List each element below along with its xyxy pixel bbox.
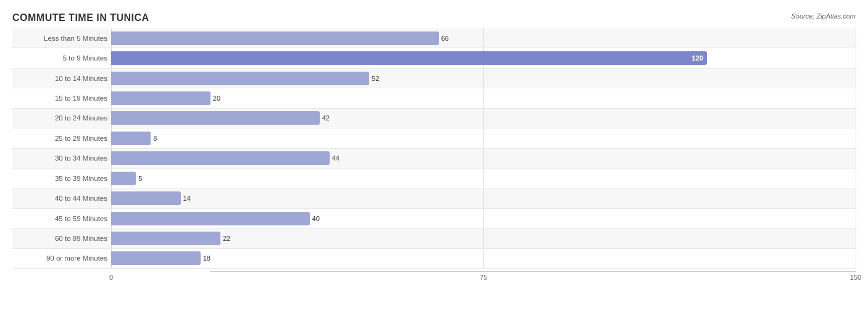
bar-label: 20 to 24 Minutes bbox=[12, 114, 111, 122]
bar-row: 40 to 44 Minutes14 bbox=[12, 188, 856, 208]
grid-line bbox=[483, 209, 484, 228]
grid-line bbox=[483, 229, 484, 248]
bar-value: 18 bbox=[203, 254, 211, 262]
grid-line bbox=[483, 69, 484, 88]
bar-value-inside: 120 bbox=[691, 54, 703, 62]
bar-value: 52 bbox=[372, 75, 379, 82]
chart-title: COMMUTE TIME IN TUNICA bbox=[12, 12, 856, 23]
bar-value: 66 bbox=[441, 35, 449, 42]
grid-line bbox=[856, 88, 856, 107]
chart-container: COMMUTE TIME IN TUNICA Source: ZipAtlas.… bbox=[0, 0, 868, 323]
grid-line bbox=[483, 109, 484, 128]
x-tick: 150 bbox=[850, 274, 861, 281]
bar-track: 14 bbox=[111, 188, 856, 208]
grid-line bbox=[856, 169, 856, 188]
grid-line bbox=[856, 48, 856, 67]
bar-label: 40 to 44 Minutes bbox=[12, 195, 111, 202]
bar-row: 60 to 89 Minutes22 bbox=[12, 229, 856, 248]
bars-section: Less than 5 Minutes665 to 9 Minutes12010… bbox=[12, 28, 856, 269]
bar-label: 15 to 19 Minutes bbox=[12, 94, 111, 102]
bar-track: 120 bbox=[111, 48, 856, 67]
bar-track: 22 bbox=[111, 229, 856, 248]
bar-row: Less than 5 Minutes66 bbox=[12, 28, 856, 48]
x-axis-line bbox=[210, 271, 856, 272]
grid-line bbox=[856, 188, 856, 208]
bar-row: 10 to 14 Minutes52 bbox=[12, 69, 856, 88]
bar-label: 35 to 39 Minutes bbox=[12, 175, 111, 182]
bar-value: 14 bbox=[183, 195, 191, 202]
bar-row: 15 to 19 Minutes20 bbox=[12, 88, 856, 108]
grid-line bbox=[856, 229, 856, 248]
bar-row: 35 to 39 Minutes5 bbox=[12, 169, 856, 188]
bar-label: 45 to 59 Minutes bbox=[12, 215, 111, 222]
bar-fill: 14 bbox=[111, 191, 181, 205]
bar-track: 20 bbox=[111, 88, 856, 107]
grid-line bbox=[856, 69, 856, 88]
grid-line bbox=[483, 188, 484, 208]
bar-fill: 44 bbox=[111, 151, 330, 165]
bar-value: 22 bbox=[223, 235, 230, 242]
grid-line bbox=[856, 249, 856, 268]
x-tick: 75 bbox=[480, 274, 487, 281]
bar-fill: 5 bbox=[111, 172, 136, 185]
bar-fill: 22 bbox=[111, 232, 220, 245]
bar-label: Less than 5 Minutes bbox=[12, 35, 111, 42]
bar-label: 60 to 89 Minutes bbox=[12, 235, 111, 242]
bar-fill: 52 bbox=[111, 72, 369, 85]
bar-label: 30 to 34 Minutes bbox=[12, 154, 111, 162]
grid-line bbox=[856, 209, 856, 228]
bar-value: 20 bbox=[213, 94, 220, 102]
grid-line bbox=[856, 109, 856, 128]
bar-fill: 66 bbox=[111, 31, 439, 45]
bar-track: 5 bbox=[111, 169, 856, 188]
bar-row: 25 to 29 Minutes8 bbox=[12, 128, 856, 148]
bar-fill: 20 bbox=[111, 91, 211, 105]
bar-track: 44 bbox=[111, 149, 856, 168]
bar-track: 8 bbox=[111, 128, 856, 148]
source-label: Source: ZipAtlas.com bbox=[791, 12, 856, 20]
bar-fill: 8 bbox=[111, 132, 151, 145]
x-axis: 075150 bbox=[111, 271, 856, 283]
bar-fill: 18 bbox=[111, 251, 201, 265]
grid-line bbox=[483, 149, 484, 168]
bar-row: 20 to 24 Minutes42 bbox=[12, 109, 856, 128]
bar-fill: 42 bbox=[111, 111, 320, 125]
bar-value: 42 bbox=[322, 114, 330, 122]
bar-row: 45 to 59 Minutes40 bbox=[12, 209, 856, 229]
bar-track: 66 bbox=[111, 28, 856, 48]
bar-label: 10 to 14 Minutes bbox=[12, 75, 111, 82]
bar-value: 40 bbox=[312, 215, 320, 222]
bar-track: 40 bbox=[111, 209, 856, 228]
grid-line bbox=[856, 149, 856, 168]
grid-line bbox=[856, 28, 856, 48]
bar-track: 18 bbox=[111, 249, 856, 268]
grid-line bbox=[483, 249, 484, 268]
grid-line bbox=[483, 28, 484, 48]
bar-row: 90 or more Minutes18 bbox=[12, 249, 856, 269]
grid-line bbox=[856, 128, 856, 148]
bar-value: 5 bbox=[138, 175, 142, 182]
bar-label: 25 to 29 Minutes bbox=[12, 135, 111, 142]
grid-line bbox=[483, 88, 484, 107]
bar-fill: 40 bbox=[111, 212, 310, 225]
bar-label: 90 or more Minutes bbox=[12, 254, 111, 262]
bar-row: 30 to 34 Minutes44 bbox=[12, 149, 856, 169]
chart-area: Less than 5 Minutes665 to 9 Minutes12010… bbox=[12, 28, 856, 283]
bar-value: 8 bbox=[153, 135, 157, 142]
bar-value: 44 bbox=[332, 154, 340, 162]
bar-track: 52 bbox=[111, 69, 856, 88]
bar-row: 5 to 9 Minutes120 bbox=[12, 48, 856, 68]
bar-fill: 120 bbox=[111, 51, 707, 65]
bar-track: 42 bbox=[111, 109, 856, 128]
grid-line bbox=[483, 169, 484, 188]
grid-line bbox=[483, 128, 484, 148]
x-tick: 0 bbox=[109, 274, 113, 281]
bar-label: 5 to 9 Minutes bbox=[12, 54, 111, 62]
